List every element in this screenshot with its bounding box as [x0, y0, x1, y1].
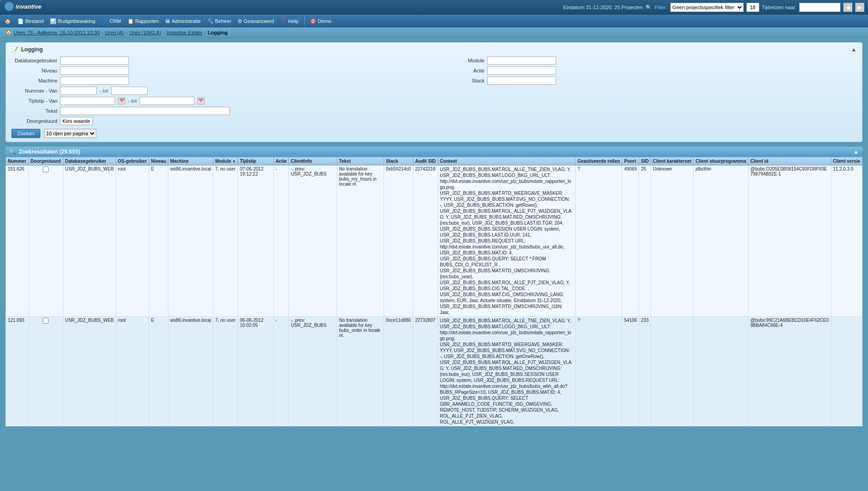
stack-input[interactable]: [487, 77, 556, 85]
zoeken-button[interactable]: Zoeken: [11, 129, 40, 138]
col-geactiveerde-rollen[interactable]: Geactiveerde rollen: [575, 157, 622, 166]
col-client-karakterset[interactable]: Client karakterset: [651, 157, 693, 166]
col-nummer[interactable]: Nummer: [6, 157, 29, 166]
table-cell: Unknown: [651, 166, 693, 317]
nav-crm[interactable]: 👤 CRM: [99, 17, 124, 25]
table-cell: 07-06-2012 19:12:22: [238, 166, 274, 317]
nav-administratie[interactable]: 🏛 Administratie: [162, 17, 204, 25]
table-cell: @bubs:99C21A6BEBCD10E4F62CE09BBA84C66E-4: [748, 317, 831, 426]
table-cell: 0xb59214c0: [384, 166, 413, 317]
table-row[interactable]: 151.626USR_JDZ_BUBS_WEBrootEws86.invanti…: [6, 166, 862, 317]
crm-icon: 👤: [102, 18, 108, 24]
row-checkbox[interactable]: [43, 318, 49, 324]
demo-icon: 🎯: [310, 18, 317, 24]
nav-home[interactable]: 🏠: [2, 17, 14, 25]
table-cell: -: [273, 166, 289, 317]
svg-point-0: [5, 2, 14, 11]
breadcrumb-home[interactable]: Uren: 76 - Aalkema, 16-10-2011 10:30: [14, 30, 100, 35]
budgetbewaking-icon: 📊: [50, 18, 56, 24]
col-clientinfo[interactable]: ClientInfo: [289, 157, 337, 166]
nummer-tot-input[interactable]: [111, 87, 148, 95]
nummer-van-input[interactable]: [60, 87, 97, 95]
tijdstip-sep: - tot: [128, 98, 137, 104]
actie-row: Actie: [439, 66, 857, 75]
nav-geavanceerd[interactable]: ⚙ Geavanceerd: [235, 17, 277, 25]
filter-select[interactable]: Geen projectsspecifiek filter: [670, 3, 744, 12]
col-sid[interactable]: SID: [639, 157, 651, 166]
breadcrumb: 🏠 Uren: 76 - Aalkema, 16-10-2011 10:30 ›…: [0, 28, 868, 38]
geavanceerd-icon: ⚙: [238, 18, 242, 24]
breadcrumb-sep-2: ›: [126, 30, 128, 35]
col-os-gebruiker[interactable]: OS-gebruiker: [116, 157, 149, 166]
col-client-versie[interactable]: Client versie: [831, 157, 862, 166]
top-bar-left: invantive: [4, 1, 45, 14]
col-stack[interactable]: Stack: [384, 157, 413, 166]
tijdstip-tot-input[interactable]: [139, 97, 195, 105]
actie-input[interactable]: [487, 66, 556, 75]
col-machine[interactable]: Machine: [168, 157, 213, 166]
col-tijdstip[interactable]: Tijdstip: [238, 157, 274, 166]
doorgestuurd-dropdown[interactable]: Kies waarde: [60, 117, 93, 125]
nav-beheer[interactable]: 🔧 Beheer: [205, 17, 234, 25]
nav-bestand[interactable]: 📄 Bestand: [15, 17, 46, 25]
tekst-input[interactable]: [60, 107, 230, 115]
per-page-select[interactable]: 10 rijen per pagina 25 rijen per pagina …: [44, 129, 96, 138]
tijdstip-tot-cal-btn[interactable]: 📅: [197, 97, 205, 105]
col-poort[interactable]: Poort: [622, 157, 639, 166]
nav-help[interactable]: ❓ Help: [278, 17, 301, 25]
nav-rapporten[interactable]: 📋 Rapporten: [125, 17, 161, 25]
machine-input[interactable]: [60, 77, 129, 85]
nav-menu: 🏠 📄 Bestand 📊 Budgetbewaking 👤 CRM 📋 Rap…: [0, 15, 868, 28]
niveau-label: Niveau: [11, 68, 57, 73]
tijdreis-input[interactable]: [799, 3, 840, 12]
scroll-right-btn[interactable]: ▶: [855, 3, 864, 12]
table-cell: -, prev: USR_JDZ_BUBS: [289, 317, 337, 426]
breadcrumb-sep-3: ›: [163, 30, 165, 35]
col-module[interactable]: Module: [213, 157, 238, 166]
tijdstip-van-input[interactable]: [60, 97, 115, 105]
table-cell: [693, 317, 748, 426]
col-niveau[interactable]: Niveau: [149, 157, 168, 166]
results-collapse-btn[interactable]: ▲: [853, 149, 859, 155]
table-cell: root: [116, 166, 149, 317]
breadcrumb-uren-a[interactable]: Uren (A): [105, 30, 124, 35]
row-checkbox[interactable]: [43, 166, 49, 172]
results-header: 🔍 Zoekresultaten (29.655) ▲: [6, 147, 862, 157]
scroll-left-btn[interactable]: ◀: [843, 3, 852, 12]
table-row[interactable]: 121.093USR_JDZ_BUBS_WEBrootEws86.invanti…: [6, 317, 862, 426]
niveau-input[interactable]: [60, 66, 129, 75]
databasegebruiker-row: Databasegebruiker: [11, 56, 429, 65]
breadcrumb-invantive-estate[interactable]: Invantive Estate: [167, 30, 202, 35]
table-cell: @bubs:O205E0B58154C93FD8F83E798794B82E-1: [748, 166, 831, 317]
breadcrumb-uren-1042[interactable]: Uren (1042.A): [129, 30, 161, 35]
col-context[interactable]: Context: [438, 157, 575, 166]
actie-label: Actie: [439, 68, 484, 73]
nummer-van-label: Nummer - Van: [11, 88, 57, 94]
col-doorgestuurd[interactable]: Doorgestuurd: [28, 157, 63, 166]
nummer-row: Nummer - Van - tot: [11, 87, 429, 95]
table-cell: 54106: [622, 317, 639, 426]
col-actie[interactable]: Actie: [273, 157, 289, 166]
nav-administratie-label: Administratie: [172, 18, 201, 24]
nav-demo[interactable]: 🎯 Demo: [307, 17, 334, 25]
table-cell: [651, 317, 693, 426]
date-input[interactable]: [746, 3, 759, 12]
module-row: Module: [439, 56, 857, 65]
beheer-icon: 🔧: [207, 18, 214, 24]
table-cell: 11.2.0.3.0: [831, 166, 862, 317]
col-client-stuurprogramma[interactable]: Client stuurprogramma: [693, 157, 748, 166]
col-tekst[interactable]: Tekst: [337, 157, 384, 166]
col-client-id[interactable]: Client id: [748, 157, 831, 166]
tijdstip-van-cal-btn[interactable]: 📅: [118, 97, 125, 105]
rapporten-icon: 📋: [128, 18, 134, 24]
nav-budgetbewaking-label: Budgetbewaking: [58, 18, 95, 24]
nav-budgetbewaking[interactable]: 📊 Budgetbewaking: [47, 17, 98, 25]
table-cell: 06-06-2012 10:02:05: [238, 317, 274, 426]
col-audit-sid[interactable]: Audit SID: [413, 157, 438, 166]
module-input[interactable]: [487, 56, 556, 65]
col-databasegebruiker[interactable]: Databasegebruiker: [63, 157, 116, 166]
panel-collapse-btn[interactable]: ▲: [851, 46, 857, 53]
help-icon: ❓: [280, 18, 287, 24]
search-form-right: Module Actie Stack: [439, 56, 857, 107]
databasegebruiker-input[interactable]: [60, 56, 129, 65]
